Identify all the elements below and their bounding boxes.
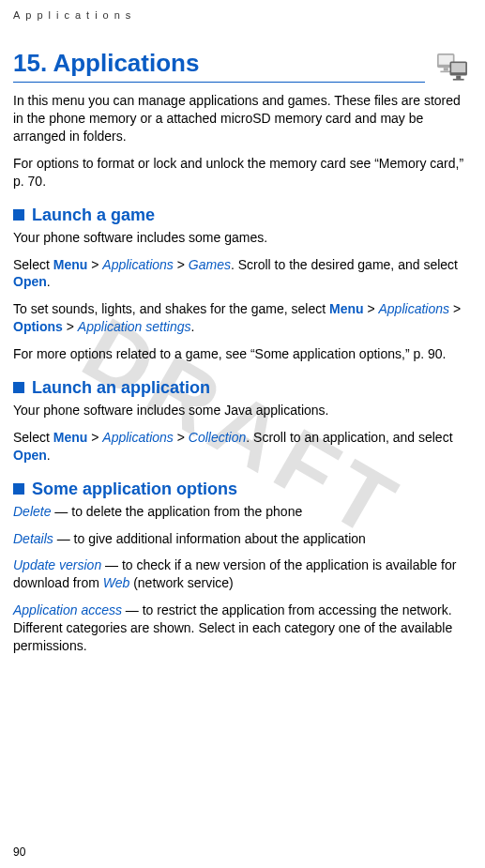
running-header: Applications <box>13 9 472 21</box>
collection-keyword: Collection <box>189 430 246 445</box>
menu-keyword: Menu <box>329 301 364 316</box>
svg-rect-2 <box>444 68 448 70</box>
svg-rect-3 <box>440 71 451 73</box>
menu-keyword: Menu <box>53 430 88 445</box>
app-paragraph-2: Select Menu > Applications > Collection.… <box>13 429 472 464</box>
applications-icon <box>432 49 472 92</box>
chapter-underline <box>13 82 425 83</box>
menu-keyword: Menu <box>53 257 88 272</box>
option-delete: Delete — to delete the application from … <box>13 503 472 521</box>
applications-keyword: Applications <box>102 257 174 272</box>
open-keyword: Open <box>13 274 47 289</box>
app-paragraph-1: Your phone software includes some Java a… <box>13 402 472 419</box>
game-paragraph-1: Your phone software includes some games. <box>13 229 472 247</box>
square-bullet-icon <box>13 382 24 393</box>
section-title: Some application options <box>32 480 237 499</box>
section-launch-application: Launch an application <box>13 378 472 398</box>
section-title: Launch a game <box>32 206 155 225</box>
game-paragraph-4: For more options related to a game, see … <box>13 345 472 363</box>
game-paragraph-3: To set sounds, lights, and shakes for th… <box>13 300 472 336</box>
games-keyword: Games <box>189 257 231 272</box>
application-settings-keyword: Application settings <box>78 319 191 334</box>
application-access-keyword: Application access <box>13 602 122 617</box>
options-keyword: Options <box>13 319 63 334</box>
svg-rect-5 <box>451 63 465 72</box>
option-application-access: Application access — to restrict the app… <box>13 602 472 655</box>
chapter-title: 15. Applications <box>13 49 425 78</box>
section-title: Launch an application <box>32 378 210 398</box>
square-bullet-icon <box>13 209 24 221</box>
square-bullet-icon <box>13 483 24 495</box>
update-version-keyword: Update version <box>13 557 101 572</box>
svg-rect-6 <box>456 76 461 79</box>
svg-rect-7 <box>453 79 464 81</box>
intro-paragraph-1: In this menu you can manage applications… <box>13 92 472 145</box>
web-keyword: Web <box>103 575 130 590</box>
open-keyword: Open <box>13 448 47 463</box>
delete-keyword: Delete <box>13 504 51 519</box>
intro-paragraph-2: For options to format or lock and unlock… <box>13 155 472 190</box>
page-number: 90 <box>13 845 25 859</box>
game-paragraph-2: Select Menu > Applications > Games. Scro… <box>13 256 472 292</box>
applications-keyword: Applications <box>102 430 174 445</box>
section-launch-game: Launch a game <box>13 206 472 225</box>
section-application-options: Some application options <box>13 480 472 499</box>
option-details: Details — to give additional information… <box>13 530 472 548</box>
applications-keyword: Applications <box>379 301 450 316</box>
option-update-version: Update version — to check if a new versi… <box>13 556 472 592</box>
details-keyword: Details <box>13 531 53 546</box>
